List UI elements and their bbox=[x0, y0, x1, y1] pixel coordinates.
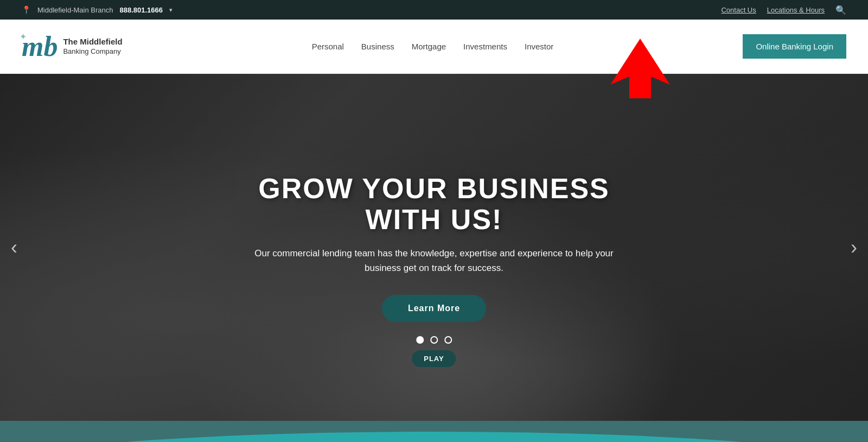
carousel-dot-2[interactable] bbox=[430, 336, 438, 344]
main-nav: ✦ mb The Middlefield Banking Company Per… bbox=[0, 20, 868, 74]
top-bar-left: 📍 Middlefield-Main Branch 888.801.1666 ▾ bbox=[22, 5, 173, 14]
nav-business[interactable]: Business bbox=[361, 42, 394, 51]
search-icon[interactable]: 🔍 bbox=[835, 5, 846, 15]
carousel-dot-3[interactable] bbox=[444, 336, 452, 344]
learn-more-button[interactable]: Learn More bbox=[382, 295, 486, 322]
branch-name: Middlefield-Main Branch bbox=[37, 6, 113, 14]
logo-text: The Middlefield Banking Company bbox=[63, 36, 122, 56]
logo-area: ✦ mb The Middlefield Banking Company bbox=[22, 30, 123, 62]
online-banking-button[interactable]: Online Banking Login bbox=[743, 34, 846, 59]
location-icon: 📍 bbox=[22, 5, 31, 14]
hero-content: GROW YOUR BUSINESS WITH US! Our commerci… bbox=[244, 173, 624, 323]
logo-mb-letters: mb bbox=[22, 31, 58, 62]
chevron-down-icon[interactable]: ▾ bbox=[169, 7, 173, 14]
carousel-dots bbox=[416, 336, 452, 344]
contact-us-top-link[interactable]: Contact Us bbox=[721, 6, 756, 14]
top-bar-right: Contact Us Locations & Hours 🔍 bbox=[721, 5, 846, 15]
logo-line1: The Middlefield bbox=[63, 36, 122, 47]
hero-title-line2: WITH US! bbox=[366, 204, 503, 235]
carousel-next-button[interactable]: › bbox=[851, 236, 857, 259]
hero-title-line1: GROW YOUR BUSINESS bbox=[258, 173, 610, 204]
logo-icon: ✦ mb bbox=[22, 30, 58, 62]
carousel-controls: PLAY bbox=[412, 336, 456, 367]
top-bar: 📍 Middlefield-Main Branch 888.801.1666 ▾… bbox=[0, 0, 868, 20]
locations-hours-link[interactable]: Locations & Hours bbox=[767, 6, 825, 14]
nav-mortgage[interactable]: Mortgage bbox=[412, 42, 446, 51]
logo-line2: Banking Company bbox=[63, 47, 120, 55]
nav-personal[interactable]: Personal bbox=[312, 42, 344, 51]
nav-investments[interactable]: Investments bbox=[463, 42, 507, 51]
carousel-dot-1[interactable] bbox=[416, 336, 424, 344]
hero-subtitle: Our commercial lending team has the know… bbox=[244, 246, 624, 275]
hero-section: ‹ › GROW YOUR BUSINESS WITH US! Our comm… bbox=[0, 74, 868, 421]
carousel-play-button[interactable]: PLAY bbox=[412, 350, 456, 367]
hero-title: GROW YOUR BUSINESS WITH US! bbox=[244, 173, 624, 235]
nav-investor[interactable]: Investor bbox=[525, 42, 553, 51]
carousel-prev-button[interactable]: ‹ bbox=[11, 236, 17, 259]
phone-number: 888.801.1666 bbox=[119, 6, 163, 14]
nav-links: Personal Business Mortgage Investments I… bbox=[312, 42, 554, 51]
sparkle-icon: ✦ bbox=[20, 31, 27, 42]
